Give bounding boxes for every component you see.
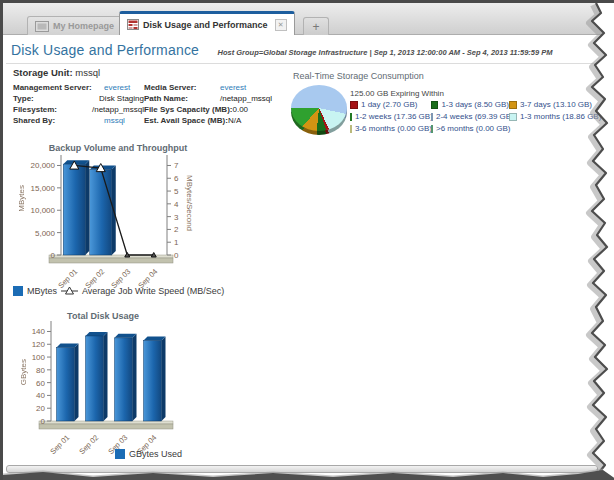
backup-volume-chart: Backup Volume and Throughput MBytes MByt… bbox=[3, 141, 253, 305]
y-tick-label: 100 bbox=[9, 353, 45, 362]
page-title: Disk Usage and Performance bbox=[11, 42, 199, 58]
bar-Sep 04[interactable] bbox=[144, 336, 166, 421]
y-tick-label: 15,000 bbox=[19, 184, 55, 193]
media-server-link[interactable]: everest bbox=[220, 82, 246, 93]
expiry-pie-chart[interactable] bbox=[291, 85, 349, 137]
bar-Sep 03[interactable] bbox=[115, 334, 137, 421]
app-window: My Homepage Disk Usage and Performance ✕… bbox=[0, 0, 614, 480]
y-tick-label: 2 bbox=[174, 225, 196, 234]
bar-Sep 02[interactable] bbox=[90, 166, 116, 255]
backup-chart-legend: MBytes Average Job Write Speed (MB/Sec) bbox=[13, 286, 224, 296]
line-marker-icon bbox=[61, 286, 78, 296]
management-server-link[interactable]: everest bbox=[104, 82, 130, 93]
legend-chip bbox=[509, 113, 517, 121]
y-tick-label: 140 bbox=[9, 327, 45, 336]
legend-label: MBytes bbox=[27, 286, 57, 296]
report-context: Host Group=Global Storage Infrastructure… bbox=[218, 48, 553, 57]
pie-section: Real-Time Storage Consumption 125.00 GB … bbox=[291, 69, 614, 149]
legend-item: 1 day (2.70 GB) bbox=[350, 100, 431, 109]
avail-space-value: N/A bbox=[228, 115, 241, 126]
storage-row: Management Server: everest Media Server:… bbox=[13, 82, 293, 93]
legend-chip bbox=[13, 286, 23, 296]
legend-item: 1-2 weeks (17.36 GB) bbox=[350, 112, 431, 121]
y-tick-label: 20,000 bbox=[19, 161, 55, 170]
y-tick-label: 40 bbox=[9, 391, 45, 400]
bar-Sep 01[interactable] bbox=[57, 343, 79, 421]
shared-by-link[interactable]: mssql bbox=[104, 115, 125, 126]
header-separator bbox=[6, 63, 614, 64]
pie-face[interactable] bbox=[291, 85, 347, 131]
y-tick-label: 0 bbox=[174, 251, 196, 260]
legend-chip bbox=[431, 101, 438, 109]
storage-unit-panel: Storage Unit: mssql Management Server: e… bbox=[13, 67, 293, 126]
legend-item: 3-6 months (0.00 GB) bbox=[350, 124, 431, 133]
pie-section-title: Real-Time Storage Consumption bbox=[293, 71, 424, 81]
legend-chip bbox=[350, 125, 352, 133]
tab-bar: My Homepage Disk Usage and Performance ✕… bbox=[3, 3, 614, 35]
y-tick-label: 1 bbox=[174, 238, 196, 247]
y-tick-label: 5 bbox=[174, 187, 196, 196]
y-tick-label: 5,000 bbox=[19, 229, 55, 238]
tab-my-homepage[interactable]: My Homepage bbox=[27, 16, 122, 35]
legend-chip bbox=[350, 101, 358, 109]
tab-label: My Homepage bbox=[53, 21, 114, 31]
line-marker bbox=[151, 253, 156, 258]
legend-chip bbox=[431, 125, 433, 133]
legend-label: GBytes Used bbox=[129, 449, 182, 459]
tab-label: Disk Usage and Performance bbox=[143, 20, 268, 30]
total-disk-usage-chart: Total Disk Usage GBytes 0204060801001201… bbox=[3, 307, 253, 463]
y-tick-label: 4 bbox=[174, 200, 196, 209]
tab-disk-usage-and-performance[interactable]: Disk Usage and Performance ✕ bbox=[119, 11, 295, 35]
legend-chip bbox=[350, 113, 352, 121]
line-marker bbox=[125, 253, 130, 258]
y-tick-label: 7 bbox=[174, 161, 196, 170]
close-icon[interactable]: ✕ bbox=[275, 19, 287, 31]
storage-row: Filesystem: /netapp_mssql File Sys Capac… bbox=[13, 104, 293, 115]
legend-item: 1-3 months (18.86 GB) bbox=[509, 112, 614, 121]
y-tick-label: 0 bbox=[9, 417, 45, 426]
bar-Sep 02[interactable] bbox=[86, 332, 108, 421]
legend-chip bbox=[431, 113, 433, 121]
legend-label: Average Job Write Speed (MB/Sec) bbox=[82, 286, 224, 296]
fs-capacity-value: 0.00 bbox=[232, 104, 248, 115]
y-tick-label: 0 bbox=[19, 251, 55, 260]
report-table-icon bbox=[127, 19, 139, 30]
y-tick-label: 80 bbox=[9, 366, 45, 375]
new-tab-button[interactable]: + bbox=[303, 17, 329, 35]
storage-row: Type: Disk Staging Path Name: /netapp_ms… bbox=[13, 93, 293, 104]
bar-Sep 01[interactable] bbox=[63, 160, 89, 255]
legend-chip bbox=[509, 101, 517, 109]
legend-item: 1-3 days (8.50 GB) bbox=[431, 100, 509, 109]
pie-legend: 1 day (2.70 GB) 1-3 days (8.50 GB) 3-7 d… bbox=[350, 100, 614, 133]
y-tick-label: 6 bbox=[174, 174, 196, 183]
filesystem-value: /netapp_mssql bbox=[92, 104, 144, 115]
y-tick-label: 3 bbox=[174, 213, 196, 222]
legend-item: >6 months (0.00 GB) bbox=[431, 124, 509, 133]
storage-unit-title: Storage Unit: mssql bbox=[13, 67, 293, 78]
legend-item: 3-7 days (13.10 GB) bbox=[509, 100, 614, 109]
y-tick-label: 10,000 bbox=[19, 206, 55, 215]
disk-chart-legend: GBytes Used bbox=[115, 449, 182, 459]
storage-row: Shared By: mssql Est. Avail Space (MB): … bbox=[13, 115, 293, 126]
pie-legend-header: 125.00 GB Expiring Within bbox=[350, 89, 444, 98]
y-tick-label: 60 bbox=[9, 379, 45, 388]
legend-chip bbox=[115, 449, 125, 459]
page-header: Disk Usage and Performance Host Group=Gl… bbox=[11, 41, 614, 65]
y-tick-label: 20 bbox=[9, 404, 45, 413]
type-value: Disk Staging bbox=[99, 93, 144, 104]
legend-item: 2-4 weeks (69.39 GB) bbox=[431, 112, 509, 121]
horizontal-scrollbar[interactable] bbox=[6, 465, 598, 473]
y-tick-label: 120 bbox=[9, 340, 45, 349]
path-name-value: /netapp_mssql bbox=[220, 93, 272, 104]
homepage-icon bbox=[35, 21, 49, 32]
